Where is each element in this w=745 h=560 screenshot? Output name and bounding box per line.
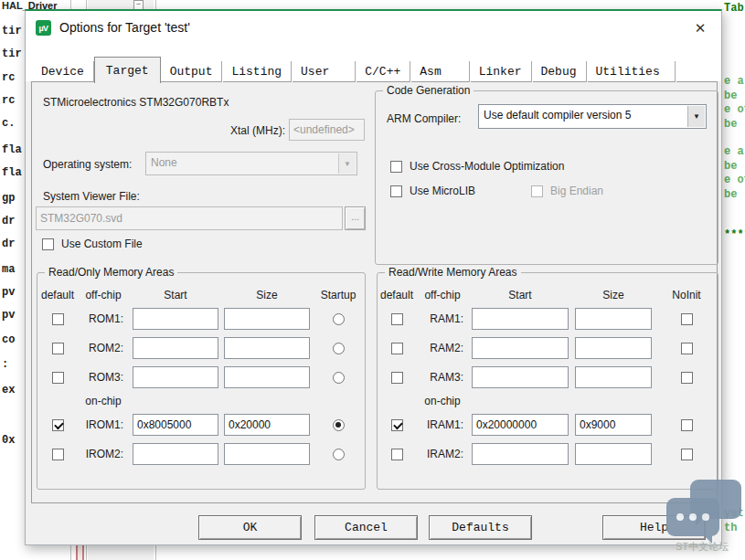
operating-system-select: None ▼ xyxy=(145,152,357,175)
start-input[interactable] xyxy=(472,414,569,436)
use-custom-file-label: Use Custom File xyxy=(61,238,143,250)
defaults-button[interactable]: Defaults xyxy=(429,515,532,540)
start-input[interactable] xyxy=(133,337,218,359)
tree-item-fragment: pv xyxy=(2,309,15,322)
xtal-input xyxy=(289,119,365,141)
start-input[interactable] xyxy=(133,308,218,330)
size-input[interactable] xyxy=(575,308,652,330)
tab-utilities[interactable]: Utilities xyxy=(587,61,676,82)
memory-row-label: ROM1: xyxy=(89,312,129,325)
code-fragment: e a xyxy=(724,75,744,88)
close-icon[interactable]: ✕ xyxy=(690,18,710,38)
tab-user[interactable]: User xyxy=(292,61,356,82)
start-input[interactable] xyxy=(472,337,569,359)
big-endian-checkbox xyxy=(531,185,543,197)
tab-ccpp[interactable]: C/C++ xyxy=(356,61,410,82)
noinit-checkbox[interactable] xyxy=(681,343,693,354)
tab-target[interactable]: Target xyxy=(94,57,161,83)
start-input[interactable] xyxy=(472,366,569,388)
tab-debug[interactable]: Debug xyxy=(532,61,587,82)
start-input[interactable] xyxy=(133,414,218,436)
size-input[interactable] xyxy=(224,308,310,330)
memory-row-rom2: ROM2: xyxy=(37,333,365,363)
code-fragment: be xyxy=(724,188,737,201)
onchip-divider: on-chip xyxy=(37,392,365,410)
default-checkbox[interactable] xyxy=(52,449,64,460)
col-default: default xyxy=(380,289,413,301)
memory-row-ram3: RAM3: xyxy=(378,363,718,392)
code-fragment: ***** xyxy=(724,228,745,241)
noinit-checkbox[interactable] xyxy=(681,419,693,431)
memory-row-label: ROM3: xyxy=(89,371,129,384)
startup-radio[interactable] xyxy=(333,343,345,354)
tree-item-fragment: ex xyxy=(2,384,15,396)
default-checkbox[interactable] xyxy=(52,343,64,354)
default-checkbox[interactable] xyxy=(52,419,64,431)
code-fragment: e of xyxy=(724,103,745,116)
default-checkbox[interactable] xyxy=(391,372,403,384)
startup-radio[interactable] xyxy=(333,313,345,325)
memory-row-label: RAM2: xyxy=(430,342,469,354)
size-input[interactable] xyxy=(224,366,310,388)
start-input[interactable] xyxy=(472,443,569,465)
memory-row-irom2: IROM2: xyxy=(37,439,365,469)
tree-item-fragment: : xyxy=(2,358,8,371)
startup-radio[interactable] xyxy=(333,372,345,384)
chevron-down-icon: ▼ xyxy=(693,112,700,121)
startup-radio[interactable] xyxy=(333,449,345,460)
dialog-title: Options for Target 'test' xyxy=(59,20,190,35)
tab-device[interactable]: Device xyxy=(32,61,94,82)
start-input[interactable] xyxy=(472,308,569,330)
target-tab-page: STMicroelectronics STM32G070RBTx Xtal (M… xyxy=(31,81,718,503)
size-input[interactable] xyxy=(575,366,652,388)
read-write-memory-title: Read/Write Memory Areas xyxy=(385,266,521,279)
tree-item-fragment: c. xyxy=(2,117,15,130)
noinit-checkbox[interactable] xyxy=(681,313,693,325)
size-input[interactable] xyxy=(575,443,652,465)
operating-system-label: Operating system: xyxy=(43,158,132,171)
browse-button: ... xyxy=(345,206,366,230)
default-checkbox[interactable] xyxy=(52,313,64,325)
memory-row-ram2: RAM2: xyxy=(378,333,718,363)
memory-row-ram1: RAM1: xyxy=(378,304,718,333)
default-checkbox[interactable] xyxy=(391,419,403,431)
use-custom-file-checkbox[interactable] xyxy=(42,238,54,250)
startup-radio[interactable] xyxy=(333,419,345,431)
default-checkbox[interactable] xyxy=(391,313,403,325)
system-viewer-file-label: System Viewer File: xyxy=(43,190,140,203)
tree-item-fragment: dr xyxy=(2,238,15,250)
read-only-memory-group: Read/Only Memory Areas default off-chip … xyxy=(37,272,366,490)
cross-module-checkbox[interactable] xyxy=(390,161,402,173)
arm-compiler-select[interactable]: Use default compiler version 5 ▼ xyxy=(478,104,707,129)
start-input[interactable] xyxy=(133,443,218,465)
tab-listing[interactable]: Listing xyxy=(222,61,292,82)
noinit-checkbox[interactable] xyxy=(681,372,693,384)
onchip-label: on-chip xyxy=(424,395,460,407)
big-endian-row: Big Endian xyxy=(531,185,603,197)
default-checkbox[interactable] xyxy=(391,343,403,354)
dot xyxy=(676,513,684,521)
default-checkbox[interactable] xyxy=(391,449,403,460)
tab-output[interactable]: Output xyxy=(161,61,223,82)
size-input[interactable] xyxy=(575,337,652,359)
start-input[interactable] xyxy=(133,366,218,388)
noinit-checkbox[interactable] xyxy=(681,449,693,460)
memory-row-iram1: IRAM1: xyxy=(378,410,718,439)
big-endian-label: Big Endian xyxy=(550,185,603,197)
tab-asm[interactable]: Asm xyxy=(410,61,469,82)
tab-linker[interactable]: Linker xyxy=(470,61,532,82)
default-checkbox[interactable] xyxy=(52,372,64,384)
dropdown-button[interactable]: ▼ xyxy=(687,106,705,127)
size-input[interactable] xyxy=(224,337,310,359)
size-input[interactable] xyxy=(575,414,652,436)
microlib-checkbox[interactable] xyxy=(390,185,402,197)
memory-table-header: default off-chip Start Size NoInit xyxy=(378,286,718,304)
ok-button[interactable]: OK xyxy=(198,515,302,540)
memory-row-rom3: ROM3: xyxy=(37,363,365,392)
dialog-titlebar[interactable]: µV Options for Target 'test' ✕ xyxy=(26,11,721,46)
col-start: Start xyxy=(508,289,531,301)
cancel-button[interactable]: Cancel xyxy=(314,515,418,540)
dot xyxy=(702,513,709,521)
size-input[interactable] xyxy=(224,414,310,436)
size-input[interactable] xyxy=(224,443,310,465)
